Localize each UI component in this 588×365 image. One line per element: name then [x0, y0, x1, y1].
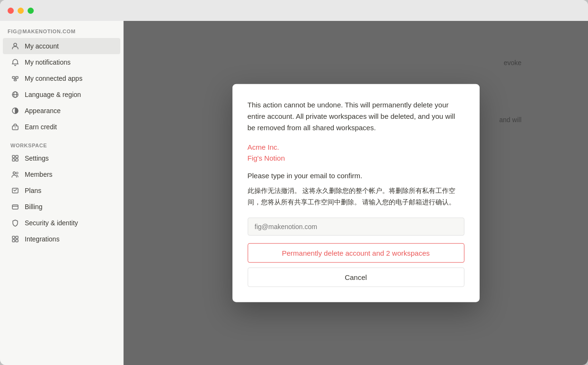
svg-rect-2 [16, 77, 18, 78]
svg-rect-3 [14, 79, 17, 81]
cancel-button[interactable]: Cancel [248, 267, 464, 287]
svg-point-15 [16, 172, 18, 174]
svg-rect-13 [16, 159, 18, 161]
account-icon [10, 41, 20, 51]
svg-rect-21 [12, 240, 15, 242]
plans-icon [10, 186, 20, 195]
billing-icon [10, 202, 20, 211]
sidebar-item-label: Earn credit [25, 123, 57, 131]
sidebar-item-label: Members [25, 171, 52, 178]
close-button[interactable] [8, 8, 14, 14]
maximize-button[interactable] [28, 8, 34, 14]
sidebar-item-my-connected-apps[interactable]: My connected apps [3, 70, 120, 86]
connected-apps-icon [10, 74, 20, 83]
dialog-confirm-label: Please type in your email to confirm. [248, 172, 464, 180]
sidebar-item-label: Billing [25, 203, 42, 211]
svg-rect-17 [12, 205, 18, 209]
sidebar-item-language-region[interactable]: Language & region [3, 86, 120, 103]
sidebar-item-billing[interactable]: Billing [3, 199, 120, 215]
sidebar-item-settings[interactable]: Settings [3, 150, 120, 166]
sidebar-item-label: Security & identity [25, 219, 78, 227]
sidebar-item-label: My notifications [25, 58, 70, 66]
earn-credit-icon [10, 122, 20, 132]
security-icon [10, 218, 20, 228]
content-area: FIG@MAKENOTION.COM My account [0, 21, 588, 365]
main-content: evoke and will This action cannot be und… [124, 21, 588, 365]
appearance-icon [10, 106, 20, 115]
sidebar-item-label: My connected apps [25, 75, 82, 82]
sidebar-item-my-notifications[interactable]: My notifications [3, 54, 120, 70]
svg-rect-12 [12, 159, 15, 161]
sidebar-item-earn-credit[interactable]: Earn credit [3, 119, 120, 135]
sidebar-item-label: Plans [25, 187, 41, 194]
dialog-workspace-1: Acme Inc. [248, 143, 464, 151]
svg-rect-10 [12, 155, 15, 158]
sidebar: FIG@MAKENOTION.COM My account [0, 21, 124, 365]
dialog-warning-text: This action cannot be undone. This will … [248, 99, 464, 134]
sidebar-item-label: Appearance [25, 107, 61, 115]
language-icon [10, 90, 20, 99]
sidebar-item-appearance[interactable]: Appearance [3, 103, 120, 119]
sidebar-item-plans[interactable]: Plans [3, 182, 120, 199]
delete-account-dialog: This action cannot be undone. This will … [232, 84, 480, 302]
sidebar-email: FIG@MAKENOTION.COM [0, 21, 123, 38]
members-icon [10, 170, 20, 179]
email-confirm-input[interactable] [248, 217, 464, 235]
permanently-delete-button[interactable]: Permanently delete account and 2 workspa… [248, 243, 464, 262]
svg-point-14 [13, 172, 16, 174]
sidebar-item-integrations[interactable]: Integrations [3, 231, 120, 247]
title-bar [0, 0, 588, 21]
svg-rect-11 [16, 155, 18, 158]
sidebar-item-label: Language & region [25, 91, 81, 98]
svg-rect-19 [12, 236, 15, 239]
minimize-button[interactable] [18, 8, 24, 14]
sidebar-item-label: My account [25, 42, 59, 50]
integrations-icon [10, 234, 20, 244]
svg-rect-22 [16, 240, 18, 242]
sidebar-item-my-account[interactable]: My account [3, 38, 120, 54]
dialog-chinese-text: 此操作无法撤消。 这将永久删除您的整个帐户。将删除所有私有工作空间，您将从所有共… [248, 185, 464, 208]
notifications-icon [10, 58, 20, 67]
mac-window: FIG@MAKENOTION.COM My account [0, 0, 588, 365]
workspace-section-label: WORKSPACE [0, 135, 123, 150]
sidebar-item-label: Integrations [25, 235, 59, 243]
dialog-workspace-2: Fig's Notion [248, 154, 464, 162]
sidebar-item-security-identity[interactable]: Security & identity [3, 215, 120, 231]
svg-rect-20 [16, 236, 18, 239]
settings-icon [10, 154, 20, 163]
svg-rect-1 [12, 77, 15, 78]
sidebar-item-members[interactable]: Members [3, 166, 120, 182]
svg-point-0 [14, 43, 17, 46]
sidebar-item-label: Settings [25, 154, 49, 162]
